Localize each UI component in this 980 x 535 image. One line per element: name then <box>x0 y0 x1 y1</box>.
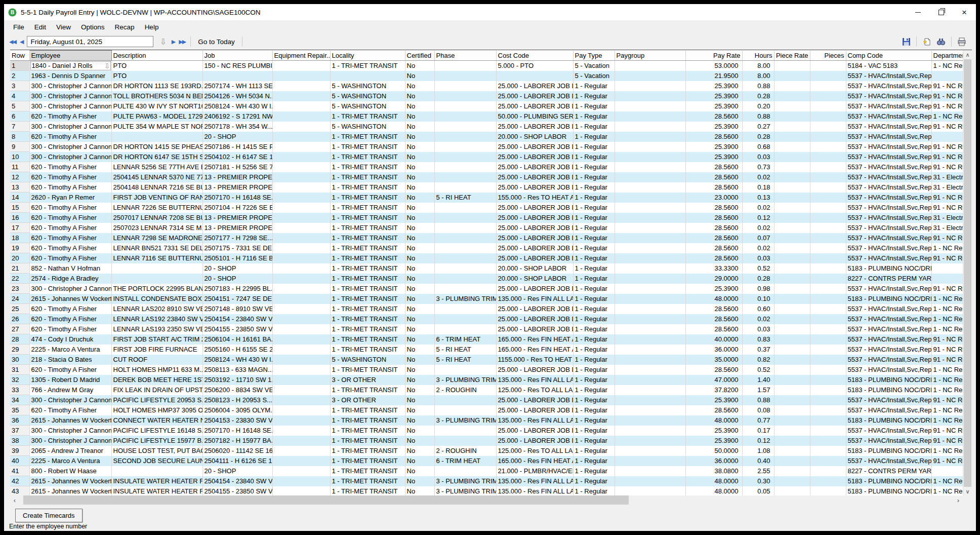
cell-certified[interactable]: No <box>405 334 434 345</box>
cell-pay-rate[interactable]: 33.3300 <box>685 263 742 274</box>
cell-cost-code[interactable]: 135.000 - Res FIN ALL LAB... <box>496 415 573 426</box>
cell-certified[interactable]: No <box>405 162 434 172</box>
cell-certified[interactable]: No <box>405 395 434 405</box>
cell-employee[interactable]: 2574 - Ridge A Bradley <box>29 274 111 284</box>
cell-hours[interactable]: 0.07 <box>742 233 774 243</box>
cell-employee[interactable]: 620 - Timothy A Fisher <box>29 233 111 243</box>
cell-pieces[interactable] <box>810 233 846 243</box>
cell-department[interactable]: 1 - NC Resid <box>931 415 963 426</box>
cell-phase[interactable] <box>434 162 496 172</box>
cell-phase[interactable] <box>434 111 496 122</box>
cell-department[interactable]: 91 - NC Res <box>931 355 963 365</box>
row-number-cell[interactable]: 10 <box>10 152 29 162</box>
cell-cost-code[interactable]: 25.000 - LABORER JOB DE... <box>496 223 573 233</box>
cell-pieces[interactable] <box>810 345 846 355</box>
cell-equipment-repair[interactable] <box>272 193 330 203</box>
cell-employee[interactable]: 620 - Timothy A Fisher <box>29 314 111 324</box>
cell-pieces[interactable] <box>810 375 846 385</box>
cell-pay-type[interactable]: 1 - Regular <box>573 172 615 182</box>
cell-phase[interactable] <box>434 233 496 243</box>
col-header-cost-code[interactable]: Cost Code <box>496 51 573 61</box>
cell-cost-code[interactable]: 25.000 - LABORER JOB DE... <box>496 213 573 223</box>
cell-pay-type[interactable]: 1 - Regular <box>573 314 615 324</box>
cell-pieces[interactable] <box>810 334 846 345</box>
cell-paygroup[interactable] <box>615 132 685 142</box>
cell-cost-code[interactable]: 25.000 - LABORER JOB DE... <box>496 122 573 132</box>
cell-comp-code[interactable]: 5537 - HVAC/Install,Svc,Rep... <box>846 426 931 436</box>
cell-department[interactable]: 1 - NC Resid <box>931 111 963 122</box>
cell-paygroup[interactable] <box>615 375 685 385</box>
cell-equipment-repair[interactable] <box>272 385 330 395</box>
cell-cost-code[interactable] <box>496 71 573 81</box>
cell-job[interactable]: 13 - PREMIER PROPER... <box>202 172 272 182</box>
cell-employee[interactable]: 2620 - Ryan P Remer <box>29 193 111 203</box>
cell-pay-rate[interactable]: 36.0000 <box>685 456 742 466</box>
cell-comp-code[interactable]: 5183 - PLUMBING NOC/DRI... <box>846 263 931 274</box>
cell-phase[interactable]: 3 - PLUMBING TRIM <box>434 415 496 426</box>
menu-help[interactable]: Help <box>140 21 164 33</box>
cell-department[interactable]: 31 - Electric <box>931 182 963 193</box>
cell-employee[interactable]: 2065 - Andrew J Treanor <box>29 446 111 456</box>
cell-hours[interactable]: 0.37 <box>742 345 774 355</box>
cell-comp-code[interactable]: 5537 - HVAC/Install,Svc,Rep... <box>846 101 931 111</box>
cell-locality[interactable]: 1 - TRI-MET TRANSIT <box>330 466 405 476</box>
cell-job[interactable]: 2508123 - H 20953 S... <box>202 395 272 405</box>
cell-pay-rate[interactable]: 28.5600 <box>685 304 742 314</box>
cell-job[interactable]: 2508124 - WH 430 W I... <box>202 101 272 111</box>
cell-certified[interactable]: No <box>405 61 434 71</box>
cell-paygroup[interactable] <box>615 142 685 152</box>
cell-comp-code[interactable]: 5537 - HVAC/Install,Svc,Rep... <box>846 132 931 142</box>
cell-certified[interactable]: No <box>405 284 434 294</box>
cell-hours[interactable]: 0.52 <box>742 365 774 375</box>
row-number-cell[interactable]: 39 <box>10 446 29 456</box>
cell-pieces[interactable] <box>810 395 846 405</box>
cell-comp-code[interactable]: 5537 - HVAC/Install,Svc,Rep... <box>846 284 931 294</box>
cell-pay-rate[interactable]: 28.5600 <box>685 172 742 182</box>
cell-job[interactable]: 2504126 - WH 5034 N... <box>202 91 272 101</box>
cell-pieces[interactable] <box>810 324 846 334</box>
row-number-cell[interactable]: 35 <box>10 405 29 415</box>
cell-paygroup[interactable] <box>615 253 685 263</box>
cell-pay-type[interactable]: 1 - Regular <box>573 365 615 375</box>
row-number-cell[interactable]: 27 <box>10 324 29 334</box>
row-number-cell[interactable]: 23 <box>10 284 29 294</box>
cell-comp-code[interactable]: 5537 - HVAC/Install,Svc,Rep... <box>846 436 931 446</box>
cell-pay-type[interactable]: 1 - Regular <box>573 142 615 152</box>
cell-pay-type[interactable]: 1 - Regular <box>573 132 615 142</box>
cell-locality[interactable]: 1 - TRI-MET TRANSIT <box>330 253 405 263</box>
cell-equipment-repair[interactable] <box>272 253 330 263</box>
cell-piece-rate[interactable] <box>774 193 810 203</box>
cell-description[interactable]: 2504145 LENNAR 5370 NE 77... <box>111 172 202 182</box>
cell-phase[interactable] <box>434 304 496 314</box>
cell-pay-type[interactable]: 1 - Regular <box>573 324 615 334</box>
row-number-cell[interactable]: 1 <box>10 61 29 71</box>
cell-certified[interactable]: No <box>405 132 434 142</box>
cell-description[interactable]: FIRST JOB VENTING OF RAN... <box>111 193 202 203</box>
cell-piece-rate[interactable] <box>774 182 810 193</box>
cell-piece-rate[interactable] <box>774 375 810 385</box>
cell-department[interactable]: 91 - NC Res <box>931 345 963 355</box>
cell-description[interactable]: PACIFIC LIFESTYLE 16148 S... <box>111 426 202 436</box>
cell-pay-rate[interactable]: 28.5600 <box>685 223 742 233</box>
cell-pieces[interactable] <box>810 172 846 182</box>
cell-description[interactable]: FIRST JOB START A/C TRIM 2... <box>111 334 202 345</box>
cell-job[interactable]: 2507174 - WH 1113 SE... <box>202 81 272 91</box>
cell-equipment-repair[interactable] <box>272 263 330 274</box>
cell-job[interactable]: 150 - NC RES PLUMBI... <box>202 61 272 71</box>
cell-pay-rate[interactable]: 28.5600 <box>685 243 742 253</box>
cell-piece-rate[interactable] <box>774 284 810 294</box>
cell-pay-type[interactable]: 1 - Regular <box>573 385 615 395</box>
row-number-cell[interactable]: 36 <box>10 415 29 426</box>
cell-certified[interactable]: No <box>405 314 434 324</box>
cell-pay-rate[interactable]: 36.0000 <box>685 345 742 355</box>
cell-certified[interactable]: No <box>405 152 434 162</box>
row-number-cell[interactable]: 37 <box>10 426 29 436</box>
col-header-description[interactable]: Description <box>111 51 202 61</box>
cell-locality[interactable]: 1 - TRI-MET TRANSIT <box>330 274 405 284</box>
row-number-cell[interactable]: 17 <box>10 223 29 233</box>
cell-equipment-repair[interactable] <box>272 375 330 385</box>
cell-phase[interactable] <box>434 71 496 81</box>
row-number-cell[interactable]: 7 <box>10 122 29 132</box>
cell-locality[interactable]: 5 - WASHINGTON <box>330 101 405 111</box>
cell-piece-rate[interactable] <box>774 274 810 284</box>
